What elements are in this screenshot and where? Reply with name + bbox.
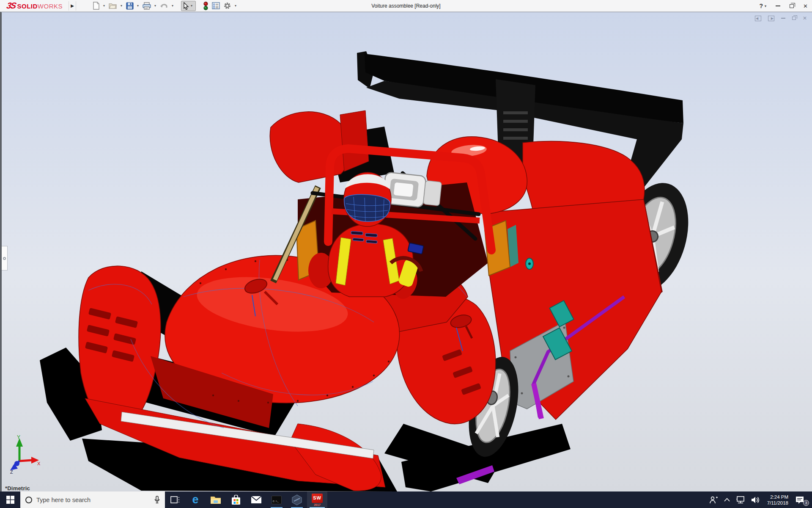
command-prompt-icon: C:\_ — [272, 496, 282, 504]
action-center-button[interactable]: 3 — [792, 491, 809, 508]
windows-taskbar: e C:\_ — [0, 491, 812, 508]
edge-icon: e — [192, 494, 198, 505]
open-dropdown-icon[interactable]: ▾ — [121, 4, 122, 8]
ethernet-network-icon — [736, 496, 745, 504]
open-folder-icon — [109, 2, 117, 9]
taskbar-app-file-explorer[interactable] — [206, 491, 226, 508]
new-dropdown-icon[interactable]: ▾ — [103, 4, 105, 8]
chevron-up-icon — [724, 498, 730, 502]
minimize-button[interactable] — [776, 6, 780, 6]
print-icon — [143, 2, 151, 10]
graphics-viewport[interactable]: ◀ ▶ ✕ — [0, 12, 812, 491]
taskbar-app-hexagon[interactable] — [287, 491, 307, 508]
settings-dropdown-icon[interactable]: ▾ — [235, 4, 236, 8]
taskbar-app-edge[interactable]: e — [185, 491, 206, 508]
solidworks-2017-icon: SW 2017 — [312, 494, 323, 506]
windows-logo-icon — [6, 496, 14, 504]
doc-minimize-button[interactable] — [781, 18, 785, 19]
clock-date: 7/11/2018 — [767, 500, 788, 506]
mail-icon — [251, 496, 262, 504]
doc-close-button[interactable]: ✕ — [803, 15, 807, 21]
file-explorer-icon — [210, 495, 221, 504]
select-tool-button[interactable]: ▾ — [181, 1, 196, 11]
taskbar-app-solidworks[interactable]: SW 2017 — [307, 491, 327, 508]
speaker-icon — [751, 496, 760, 504]
help-button[interactable]: ?▾ — [760, 3, 767, 9]
open-button[interactable] — [107, 1, 118, 11]
view-orientation-label: *Dimetric — [5, 485, 30, 491]
taskbar-app-store[interactable] — [226, 491, 246, 508]
solidworks-logo: 3S SOLIDWORKS — [7, 1, 63, 11]
taskbar-app-mail[interactable] — [246, 491, 266, 508]
triad-x-label: X — [37, 461, 41, 466]
notification-badge: 3 — [803, 500, 809, 506]
solidworks-logo-mark: 3S — [6, 1, 16, 11]
traffic-light-icon — [203, 2, 208, 10]
race-car-model[interactable] — [2, 12, 812, 491]
save-dropdown-icon[interactable]: ▾ — [137, 4, 139, 8]
cortana-icon — [25, 497, 32, 503]
document-window-controls: ◀ ▶ ✕ — [755, 15, 807, 21]
triad-y-label: Y — [17, 435, 20, 440]
start-button[interactable] — [0, 491, 20, 508]
search-input[interactable] — [36, 497, 150, 503]
volume-button[interactable] — [748, 491, 763, 508]
print-button[interactable] — [141, 1, 152, 11]
save-floppy-icon — [126, 2, 134, 10]
undo-dropdown-icon[interactable]: ▾ — [172, 4, 173, 8]
doc-restore-button[interactable] — [792, 17, 796, 20]
taskbar-clock[interactable]: 2:24 PM 7/11/2018 — [763, 494, 792, 506]
properties-button[interactable] — [211, 1, 221, 11]
menu-flyout-arrow-icon[interactable]: ▶ — [69, 1, 76, 11]
settings-button[interactable] — [222, 1, 233, 11]
gear-icon — [223, 2, 231, 10]
task-view-icon — [170, 496, 180, 504]
taskbar-app-command-prompt[interactable]: C:\_ — [266, 491, 287, 508]
new-document-icon — [93, 2, 100, 10]
close-button[interactable]: ✕ — [803, 3, 808, 9]
undo-icon — [160, 3, 168, 9]
microphone-icon[interactable] — [154, 496, 160, 504]
brand-solid: SOLID — [17, 3, 37, 10]
rebuild-button[interactable] — [202, 1, 210, 11]
network-button[interactable] — [733, 491, 748, 508]
hidden-icons-button[interactable] — [721, 491, 733, 508]
print-dropdown-icon[interactable]: ▾ — [154, 4, 156, 8]
select-cursor-icon — [183, 2, 189, 10]
triad-z-label: Z — [10, 469, 13, 474]
clock-time: 2:24 PM — [770, 494, 788, 500]
orientation-triad: Y X Z — [8, 435, 41, 474]
people-icon — [709, 496, 718, 504]
hexagon-app-icon — [292, 494, 302, 505]
pane-left-button[interactable]: ◀ — [755, 16, 761, 21]
restore-button[interactable] — [790, 4, 794, 8]
select-dropdown-icon[interactable]: ▾ — [191, 4, 192, 8]
brand-works: WORKS — [38, 3, 63, 10]
undo-button[interactable] — [159, 1, 170, 11]
task-view-button[interactable] — [165, 491, 185, 508]
people-button[interactable] — [706, 491, 721, 508]
options-list-icon — [212, 2, 220, 9]
new-document-button[interactable] — [91, 1, 101, 11]
taskbar-search[interactable] — [20, 491, 165, 508]
system-tray: 2:24 PM 7/11/2018 3 — [706, 491, 812, 508]
pane-right-button[interactable]: ▶ — [768, 16, 774, 21]
application-toolbar: 3S SOLIDWORKS ▶ ▾ ▾ ▾ — [0, 0, 812, 12]
save-button[interactable] — [125, 1, 135, 11]
microsoft-store-icon — [231, 495, 241, 505]
